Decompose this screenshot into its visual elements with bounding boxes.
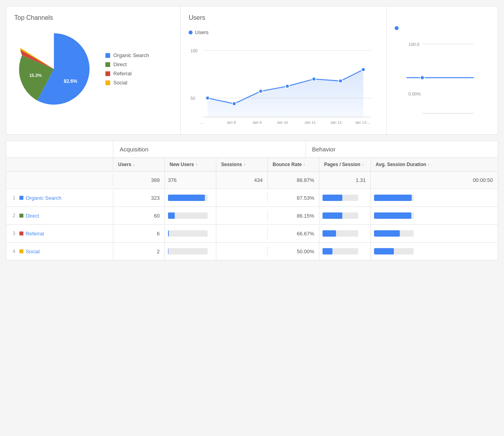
table-row: 3 Referral 6 66.67% xyxy=(6,225,498,243)
totals-users: 389 xyxy=(113,172,165,189)
row-name-2: 3 Referral xyxy=(6,225,113,242)
pie-section: 82.6% 15.3% Organic Search Direct Referr… xyxy=(14,29,172,109)
svg-point-27 xyxy=(420,76,424,80)
legend-item-social: Social xyxy=(105,80,149,86)
pages-sort-icon: ↑ xyxy=(362,163,364,167)
totals-new-users: 376 xyxy=(165,172,216,189)
legend-color-organic xyxy=(105,53,110,58)
row-sessions-1 xyxy=(216,210,268,221)
users-panel: Users Users 100 50 xyxy=(181,6,387,134)
svg-text:100.0: 100.0 xyxy=(409,42,420,47)
row-new-users-bar-1 xyxy=(165,207,216,224)
col-new-users-header[interactable]: New Users ↑ xyxy=(165,158,216,171)
svg-text:Jan 11: Jan 11 xyxy=(305,120,316,124)
svg-point-8 xyxy=(206,96,210,100)
channel-dot-3 xyxy=(19,249,23,253)
avg-bar-fill-0 xyxy=(374,195,412,201)
svg-marker-7 xyxy=(208,69,363,117)
svg-point-13 xyxy=(339,79,343,83)
users-dot xyxy=(189,31,193,34)
svg-text:Jan 8: Jan 8 xyxy=(227,120,236,124)
col-users-header[interactable]: Users ↓ xyxy=(113,158,165,171)
row-new-users-bar-3 xyxy=(165,243,216,260)
totals-avg: 00:00:50 xyxy=(371,172,498,189)
pie-chart: 82.6% 15.3% xyxy=(14,29,94,109)
row-pages-bar-0 xyxy=(319,189,371,207)
other-dot xyxy=(395,26,399,30)
channel-dot-1 xyxy=(19,214,23,218)
svg-point-9 xyxy=(232,102,236,106)
new-users-bar-fill-0 xyxy=(168,195,205,201)
totals-pages: 1.31 xyxy=(319,172,371,189)
new-users-bar-fill-2 xyxy=(168,230,169,237)
svg-text:50: 50 xyxy=(191,96,195,101)
col-sessions-header[interactable]: Sessions ↑ xyxy=(216,158,268,171)
row-name-0: 1 Organic Search xyxy=(6,189,113,207)
row-name-3: 4 Social xyxy=(6,243,113,260)
row-avg-bar-2 xyxy=(371,225,498,242)
legend-color-social xyxy=(105,80,110,85)
avg-sort-icon: ↑ xyxy=(428,163,430,167)
sessions-sort-icon: ↑ xyxy=(244,163,246,167)
other-chart-panel: 100.0 0.00% xyxy=(387,6,498,134)
col-pages-header[interactable]: Pages / Session ↑ xyxy=(319,158,371,171)
table-row: 1 Organic Search 323 87.53% xyxy=(6,189,498,207)
row-users-2: 6 xyxy=(113,225,165,242)
channel-link-2[interactable]: Referral xyxy=(26,231,44,237)
users-legend-label: Users xyxy=(195,29,208,35)
row-bounce-1: 86.15% xyxy=(268,207,319,224)
svg-text:Jan 10: Jan 10 xyxy=(277,120,288,124)
col-channel-header xyxy=(6,158,113,171)
svg-text:Jan 9: Jan 9 xyxy=(252,120,262,124)
column-headers: Users ↓ New Users ↑ Sessions ↑ Bounce Ra… xyxy=(6,158,498,172)
users-sort-icon: ↓ xyxy=(133,163,135,167)
svg-text:100: 100 xyxy=(191,48,198,53)
row-bounce-0: 87.53% xyxy=(268,189,319,207)
table-group-headers: Acquisition Behavior xyxy=(6,141,498,158)
behavior-group-label: Behavior xyxy=(306,141,498,157)
channel-link-0[interactable]: Organic Search xyxy=(26,195,61,201)
svg-point-14 xyxy=(361,68,365,72)
row-users-3: 2 xyxy=(113,243,165,260)
svg-text:82.6%: 82.6% xyxy=(64,78,77,84)
empty-group xyxy=(6,141,113,157)
pages-bar-fill-0 xyxy=(323,195,342,201)
legend-item-referral: Referral xyxy=(105,71,149,76)
row-new-users-bar-2 xyxy=(165,225,216,242)
svg-text:...: ... xyxy=(200,120,203,124)
row-avg-bar-0 xyxy=(371,189,498,207)
col-bounce-header[interactable]: Bounce Rate ↑ xyxy=(268,158,319,171)
row-sessions-2 xyxy=(216,228,268,239)
bounce-sort-icon: ↑ xyxy=(303,163,305,167)
row-new-users-bar-0 xyxy=(165,189,216,207)
svg-text:15.3%: 15.3% xyxy=(29,73,42,78)
row-avg-bar-3 xyxy=(371,243,498,260)
users-legend: Users xyxy=(189,29,378,35)
legend-item-organic: Organic Search xyxy=(105,52,149,58)
row-users-1: 60 xyxy=(113,207,165,224)
row-users-0: 323 xyxy=(113,189,165,207)
line-chart: 100 50 xyxy=(189,39,378,126)
svg-text:...: ... xyxy=(367,120,370,124)
totals-row: 389 376 434 86.87% 1.31 00:00:50 xyxy=(6,172,498,189)
table-row: 4 Social 2 50.00% xyxy=(6,243,498,260)
table-rows: 1 Organic Search 323 87.53% xyxy=(6,189,498,260)
col-avg-header[interactable]: Avg. Session Duration ↑ xyxy=(371,158,498,171)
avg-bar-fill-3 xyxy=(374,248,394,254)
top-channels-panel: Top Channels xyxy=(6,6,181,134)
totals-bounce: 86.87% xyxy=(268,172,319,189)
row-pages-bar-3 xyxy=(319,243,371,260)
pages-bar-fill-1 xyxy=(323,212,342,219)
channel-link-1[interactable]: Direct xyxy=(26,213,39,219)
new-users-bar-fill-3 xyxy=(168,248,168,254)
row-bounce-2: 66.67% xyxy=(268,225,319,242)
avg-bar-fill-2 xyxy=(374,230,400,237)
totals-name-cell xyxy=(6,175,113,186)
legend-item-direct: Direct xyxy=(105,61,149,67)
legend-color-referral xyxy=(105,71,110,76)
row-avg-bar-1 xyxy=(371,207,498,224)
svg-point-12 xyxy=(312,77,316,81)
channel-link-3[interactable]: Social xyxy=(26,249,40,254)
row-pages-bar-2 xyxy=(319,225,371,242)
row-sessions-0 xyxy=(216,192,268,203)
